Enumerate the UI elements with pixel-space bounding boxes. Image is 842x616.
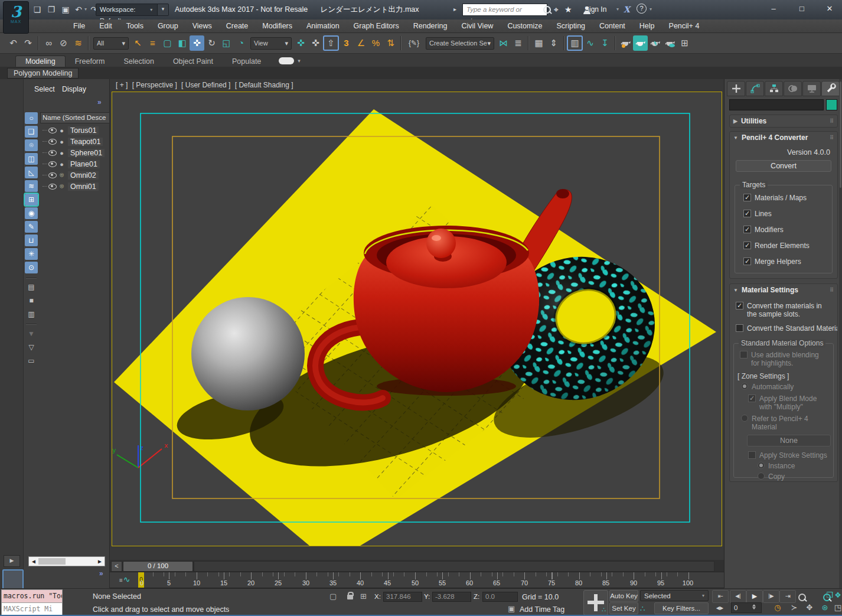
checkbox-convert-standard[interactable]: Convert the Standard Materia xyxy=(736,324,837,333)
menu-edit[interactable]: Edit xyxy=(92,19,119,32)
radio-icon[interactable] xyxy=(741,383,748,390)
explorer-name-column-header[interactable]: Name (Sorted Desce xyxy=(40,112,110,123)
tab-hierarchy[interactable] xyxy=(765,81,783,96)
checkbox-icon[interactable] xyxy=(743,210,751,217)
window-crossing-icon[interactable]: ◧ xyxy=(175,35,190,51)
selection-region-icon[interactable]: ▢ xyxy=(329,592,337,601)
maxscript-mini-listener[interactable]: macros.run "Tool MAXScript Mi xyxy=(1,589,63,615)
radio-icon[interactable] xyxy=(758,472,765,480)
render-production-icon[interactable]: ⊞ xyxy=(677,35,692,51)
advanced-filter-icon[interactable]: ▼ xyxy=(25,328,38,340)
menu-help[interactable]: Help xyxy=(632,19,662,32)
checkbox-icon[interactable] xyxy=(740,351,748,358)
scrollbar-thumb[interactable] xyxy=(38,558,66,565)
visibility-eye-icon[interactable] xyxy=(48,150,57,156)
unlink-selection-icon[interactable]: ⊘ xyxy=(56,35,71,51)
time-slider-handle[interactable]: 0 / 100 xyxy=(123,561,193,572)
rollout-grip-icon[interactable]: ⠿ xyxy=(830,135,834,141)
search-icon[interactable] xyxy=(543,6,551,14)
ribbon-tab-object-paint[interactable]: Object Paint xyxy=(164,56,223,67)
x-coordinate-field[interactable]: 317.846 xyxy=(383,592,422,602)
checkbox-icon[interactable] xyxy=(748,451,756,459)
filter-hidden-icon[interactable]: ⊙ xyxy=(25,262,38,273)
time-tag-icon[interactable]: ▣ xyxy=(508,604,515,613)
y-coordinate-field[interactable]: -3.628 xyxy=(432,592,471,602)
select-object-icon[interactable]: ↖ xyxy=(130,35,145,51)
radio-instance[interactable]: Instance xyxy=(758,462,795,470)
zoom-region-icon[interactable]: ❖ xyxy=(831,589,842,601)
previous-frame-button[interactable]: ◀| xyxy=(730,590,746,603)
polygon-modeling-panel-tab[interactable]: Polygon Modeling xyxy=(7,68,79,79)
current-frame-field[interactable]: 0 xyxy=(731,602,762,613)
filter-geometry-icon[interactable]: ○ xyxy=(25,112,38,124)
slate-material-editor-icon[interactable] xyxy=(633,35,648,51)
schematic-view-icon[interactable]: ↧ xyxy=(598,35,612,51)
viewport-menu-plus[interactable]: [ + ] xyxy=(116,81,128,89)
key-filters-button[interactable]: Key Filters... xyxy=(654,602,709,614)
panel-scrollbar[interactable] xyxy=(839,79,842,616)
tab-motion[interactable] xyxy=(784,81,802,96)
checkbox-icon[interactable] xyxy=(748,395,756,402)
table-row[interactable]: ⌾ Omni01 xyxy=(40,181,110,192)
select-and-rotate-icon[interactable]: ↻ xyxy=(204,35,219,51)
checkbox-icon[interactable] xyxy=(743,242,751,249)
menu-rendering[interactable]: Rendering xyxy=(406,19,455,32)
checkbox-icon[interactable] xyxy=(743,258,751,265)
key-step-icon[interactable]: ◀▶ xyxy=(712,602,727,614)
manage-scene-states-icon[interactable]: ⇕ xyxy=(546,35,561,51)
table-row[interactable]: ● Teapot01 xyxy=(40,136,110,147)
z-coordinate-field[interactable]: 0.0 xyxy=(482,592,518,602)
object-name[interactable]: Omni02 xyxy=(68,171,99,180)
menu-views[interactable]: Views xyxy=(185,19,219,32)
select-by-name-icon[interactable]: ≡ xyxy=(145,35,160,51)
viewport-canvas[interactable]: z x y xyxy=(112,92,722,546)
minimize-button[interactable]: – xyxy=(765,2,782,15)
time-configuration-icon[interactable]: ◷ xyxy=(771,602,784,614)
add-time-tag[interactable]: Add Time Tag xyxy=(520,605,564,614)
checkbox-icon[interactable] xyxy=(743,226,751,233)
go-to-start-button[interactable]: ⇤ xyxy=(712,590,729,603)
rendered-frame-window-icon[interactable] xyxy=(662,35,677,51)
time-slider-track[interactable] xyxy=(194,561,714,572)
visibility-eye-icon[interactable] xyxy=(48,184,57,190)
checkbox-lines[interactable]: Lines xyxy=(743,210,772,218)
checkbox-icon[interactable] xyxy=(736,302,743,309)
search-expand-icon[interactable]: ▸ xyxy=(453,3,456,16)
redo-button[interactable]: ↷ xyxy=(21,35,35,51)
select-and-place-icon[interactable]: ◔ xyxy=(234,35,249,51)
convert-button[interactable]: Convert xyxy=(736,160,831,172)
key-mode-dropdown[interactable]: Selected ▾ xyxy=(640,590,709,601)
menu-file[interactable]: File xyxy=(66,19,92,32)
favorites-star-icon[interactable]: ★ xyxy=(564,3,572,16)
checkbox-icon[interactable] xyxy=(743,194,751,201)
sign-in-dropdown-icon[interactable]: ▾ xyxy=(615,3,620,16)
filter-spacewarps-icon[interactable]: ≋ xyxy=(25,180,38,192)
visibility-eye-icon[interactable] xyxy=(48,139,57,145)
utility-name-field[interactable] xyxy=(729,99,824,110)
set-key-button[interactable]: Set Key xyxy=(609,602,638,614)
track-bar-ruler[interactable] xyxy=(110,572,724,579)
object-color-swatch[interactable] xyxy=(826,99,837,110)
align-icon[interactable]: ≣ xyxy=(511,35,526,51)
scene-explorer-toggle-icon[interactable]: ▥ xyxy=(567,35,583,51)
table-row[interactable]: ⌾ Omni02 xyxy=(40,170,110,181)
checkbox-render-elements[interactable]: Render Elements xyxy=(743,242,810,250)
radio-icon[interactable] xyxy=(758,462,765,469)
viewport-menu-user[interactable]: [ User Defined ] xyxy=(181,81,230,89)
edit-named-selection-sets-icon[interactable]: {✎} xyxy=(404,35,424,51)
ribbon-tab-modeling[interactable]: Modeling xyxy=(15,56,66,67)
select-and-move-icon[interactable]: ✜ xyxy=(190,35,204,51)
tab-utilities[interactable] xyxy=(821,81,840,96)
rollout-grip-icon[interactable]: ⠿ xyxy=(830,118,834,124)
save-file-icon[interactable]: ▣ xyxy=(59,3,72,16)
radio-refer-pencil4[interactable]: Refer to Pencil+ 4 Material xyxy=(741,415,824,431)
rollout-header[interactable]: ▼ Pencil+ 4 Converter ⠿ xyxy=(730,132,837,144)
use-pivot-center-icon[interactable]: ✜ xyxy=(293,35,308,51)
menu-modifiers[interactable]: Modifiers xyxy=(255,19,299,32)
checkbox-merge-helpers[interactable]: Merge Helpers xyxy=(743,258,801,266)
menu-civil-view[interactable]: Civil View xyxy=(454,19,500,32)
ribbon-tab-freeform[interactable]: Freeform xyxy=(66,56,115,67)
scroll-left-icon[interactable]: ◄ xyxy=(29,558,38,565)
pick-container-icon[interactable]: ▭ xyxy=(25,355,38,367)
object-name[interactable]: Sphere01 xyxy=(68,149,105,157)
